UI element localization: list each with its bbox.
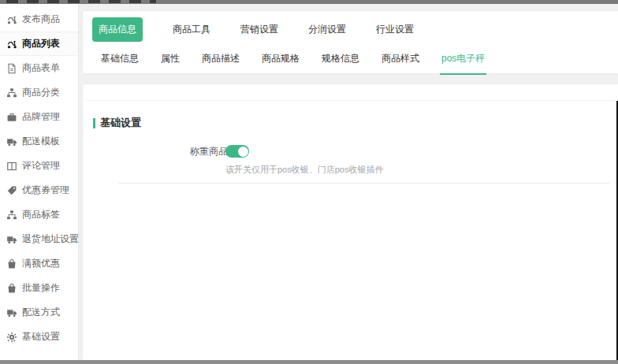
- columns-icon: [6, 161, 17, 172]
- tab-profit-settings[interactable]: 分润设置: [308, 23, 346, 36]
- section-title: 基础设置: [93, 116, 141, 130]
- bag-icon: [6, 258, 17, 269]
- sidebar-item-product-list[interactable]: 商品列表: [0, 32, 78, 56]
- weigh-product-label: 称重商品: [187, 145, 228, 158]
- gear-icon: [6, 332, 17, 343]
- tab-product-info[interactable]: 商品信息: [92, 17, 143, 42]
- sidebar-item-full-discount[interactable]: 满额优惠: [0, 251, 78, 276]
- sitemap-icon: [6, 87, 17, 98]
- sidebar-item-publish-product[interactable]: 发布商品: [0, 7, 78, 32]
- briefcase-icon: [6, 112, 17, 123]
- sidebar-item-label: 商品标签: [22, 208, 60, 221]
- sidebar-item-batch-operations[interactable]: 批量操作: [0, 276, 78, 300]
- truck-icon: [6, 136, 17, 147]
- subtab-basic-info[interactable]: 基础信息: [101, 52, 139, 67]
- sidebar-item-label: 发布商品: [22, 13, 60, 26]
- window-top-edge: [0, 0, 618, 4]
- truck-icon: [6, 307, 17, 318]
- weigh-product-row: 称重商品: [83, 145, 618, 158]
- sidebar-item-review-management[interactable]: 评论管理: [0, 154, 78, 178]
- scooter-icon: [6, 39, 17, 50]
- sidebar-item-brand-management[interactable]: 品牌管理: [0, 105, 78, 129]
- content-header-divider: [86, 84, 615, 101]
- sidebar-item-label: 评论管理: [22, 159, 60, 173]
- subtab-pos-scale[interactable]: pos电子秤: [441, 52, 485, 67]
- sidebar-item-label: 批量操作: [22, 281, 60, 295]
- window-bottom-edge: [0, 360, 618, 364]
- weigh-product-toggle[interactable]: [225, 145, 249, 158]
- sidebar-item-basic-settings[interactable]: 基础设置: [0, 325, 78, 349]
- sidebar-item-coupon-management[interactable]: 优惠券管理: [0, 178, 78, 202]
- file-icon: [6, 63, 17, 74]
- sidebar-item-label: 商品分类: [22, 86, 60, 99]
- section-title-text: 基础设置: [100, 116, 141, 130]
- sidebar-item-label: 配送模板: [22, 135, 60, 148]
- sidebar-item-label: 优惠券管理: [22, 184, 69, 197]
- tab-marketing-settings[interactable]: 营销设置: [240, 23, 278, 36]
- sidebar-item-shipping-template[interactable]: 配送模板: [0, 129, 78, 154]
- truck-icon: [6, 234, 17, 245]
- sidebar-item-label: 基础设置: [22, 330, 60, 344]
- sidebar-item-return-address-settings[interactable]: 退货地址设置: [0, 227, 78, 251]
- subtab-product-style[interactable]: 商品样式: [382, 52, 419, 67]
- section-title-accent-bar: [93, 118, 95, 128]
- tag-icon: [6, 185, 17, 196]
- sidebar-item-label: 商品列表: [22, 37, 60, 50]
- tab-industry-settings[interactable]: 行业设置: [376, 23, 414, 36]
- tabs-panel: 商品信息 商品工具 营销设置 分润设置 行业设置 基础信息 属性 商品描述 商品…: [83, 11, 618, 73]
- sidebar-item-product-form[interactable]: 商品表单: [0, 56, 78, 80]
- sidebar-item-label: 品牌管理: [22, 110, 60, 124]
- bag-icon: [6, 283, 17, 294]
- sitemap-icon: [6, 210, 17, 221]
- subtab-spec-info[interactable]: 规格信息: [322, 52, 359, 67]
- sidebar-item-label: 退货地址设置: [22, 232, 79, 246]
- subtab-product-description[interactable]: 商品描述: [202, 52, 240, 67]
- sidebar: 发布商品 商品列表 商品表单 商品分类 品牌管理 配送模板 评论管理 优惠券管理…: [0, 4, 79, 360]
- cropped-browser-text: [6, 0, 156, 3]
- sidebar-item-product-tags[interactable]: 商品标签: [0, 202, 78, 227]
- tab-product-tools[interactable]: 商品工具: [173, 23, 210, 36]
- sidebar-item-label: 商品表单: [22, 61, 60, 75]
- toggle-helper-text: 该开关仅用于pos收银、门店pos收银插件: [225, 164, 383, 176]
- top-tabs: 商品信息 商品工具 营销设置 分润设置 行业设置: [83, 11, 618, 47]
- subtab-product-specs[interactable]: 商品规格: [262, 52, 300, 67]
- content-panel: 基础设置 称重商品 该开关仅用于pos收银、门店pos收银插件: [83, 84, 618, 360]
- sidebar-item-shipping-methods[interactable]: 配送方式: [0, 300, 78, 325]
- subtab-attributes[interactable]: 属性: [161, 52, 180, 67]
- scooter-icon: [6, 14, 17, 25]
- sub-tabs: 基础信息 属性 商品描述 商品规格 规格信息 商品样式 pos电子秤: [83, 47, 618, 71]
- sidebar-item-label: 满额优惠: [22, 257, 60, 270]
- sidebar-item-label: 配送方式: [22, 306, 60, 319]
- toggle-knob: [238, 147, 248, 157]
- sidebar-item-product-category[interactable]: 商品分类: [0, 80, 78, 105]
- form-section-divider: [118, 183, 610, 184]
